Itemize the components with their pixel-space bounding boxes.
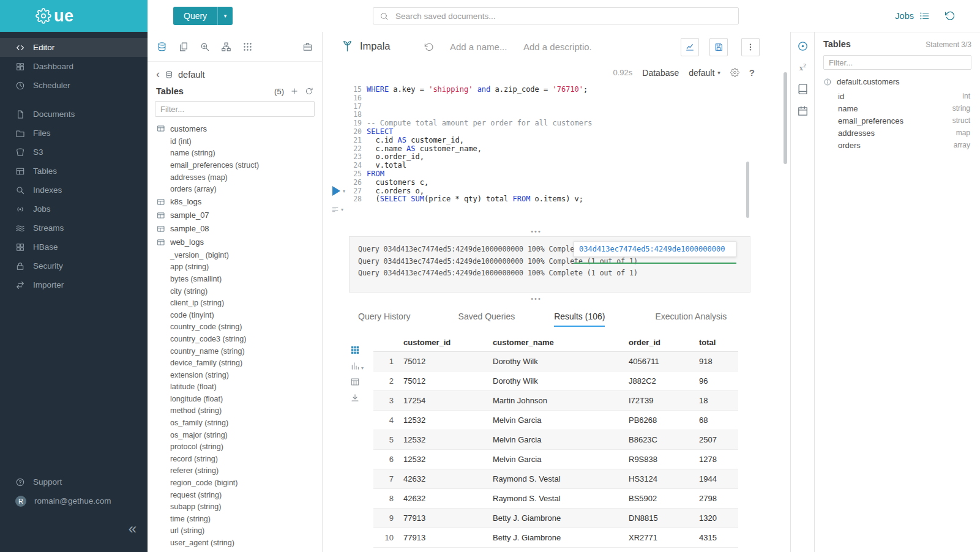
query-description-input[interactable] [522,41,593,53]
right-column-item[interactable]: addressesmap [823,127,971,139]
column-item[interactable]: time (string) [148,513,322,525]
new-query-caret-icon[interactable]: ▾ [217,7,233,25]
functions-icon[interactable]: x2 [799,62,806,73]
panel-resize-handle[interactable]: ••• [323,296,750,301]
column-item[interactable]: _version_ (bigint) [148,249,322,261]
code-line[interactable]: c.id AS customer_id, [367,136,592,145]
add-table-icon[interactable] [290,87,299,95]
column-item[interactable]: bytes (smallint) [148,273,322,285]
settings-gear-icon[interactable] [730,68,739,77]
search-input[interactable] [394,11,732,21]
format-button[interactable]: ▾ [331,206,343,214]
sidebar-item-security[interactable]: Security [0,256,148,275]
language-reference-icon[interactable] [797,83,809,95]
tab-execution-analysis[interactable]: Execution Analysis [655,311,727,327]
query-name-input[interactable] [449,41,516,53]
column-item[interactable]: subapp (string) [148,501,322,513]
code-line[interactable]: v.total [367,162,592,170]
results-column-header[interactable]: order_id [629,333,699,352]
column-item[interactable]: method (string) [148,405,322,417]
right-filter-input[interactable] [823,55,971,70]
save-button[interactable] [709,38,728,56]
panel-resize-handle[interactable]: ••• [323,229,750,234]
column-item[interactable]: url (string) [148,525,322,537]
collections-assist-icon[interactable] [302,42,313,52]
table-row[interactable]: 512532Melvin GarciaB8623C2507 [373,430,738,450]
query-versions-icon[interactable] [424,42,434,52]
databases-assist-icon[interactable] [157,42,167,52]
table-row[interactable]: 275012Dorothy WilkJ882C296 [373,371,738,391]
sidebar-item-jobs[interactable]: Jobs [0,200,148,218]
more-options-button[interactable] [741,38,760,56]
sidebar-item-s3[interactable]: S3 [0,143,148,162]
execute-button[interactable] [332,186,340,196]
results-download-icon[interactable] [350,393,360,403]
column-item[interactable]: email_preferences (struct) [148,159,322,171]
schedule-icon[interactable] [797,105,809,117]
table-item[interactable]: sample_08 [148,222,322,236]
table-row[interactable]: 412532Melvin GarciaPB626868 [373,411,738,430]
back-chevron-icon[interactable]: ‹ [156,69,160,80]
results-columns-icon[interactable] [350,377,360,387]
workflow-assist-icon[interactable] [221,42,231,52]
jobs-button[interactable]: Jobs [895,10,930,21]
column-item[interactable]: client_ip (string) [148,297,322,309]
column-item[interactable]: extension (string) [148,369,322,381]
sidebar-item-files[interactable]: Files [0,124,148,143]
table-row[interactable]: 842632Raymond S. VestalBS59022798 [373,489,738,509]
column-item[interactable]: country_code3 (string) [148,333,322,345]
execute-options-caret-icon[interactable]: ▾ [343,188,345,194]
table-row[interactable]: 317254Martin JohnsonI72T3918 [373,391,738,411]
results-column-header[interactable]: customer_name [493,333,629,352]
database-select[interactable]: default ▾ [689,68,720,78]
code-line[interactable]: SELECT [367,128,592,136]
sidebar-user[interactable]: R romain@gethue.com [0,491,148,510]
column-item[interactable]: country_code (string) [148,321,322,334]
sidebar-item-documents[interactable]: Documents [0,105,148,124]
column-item[interactable]: os_major (string) [148,429,322,441]
search-zoom-icon[interactable] [200,42,210,52]
table-item[interactable]: web_logs [148,236,322,249]
right-column-item[interactable]: ordersarray [823,139,971,151]
column-item[interactable]: id (int) [148,135,322,147]
sidebar-item-streams[interactable]: Streams [0,218,148,237]
editor-assistant-icon[interactable] [797,40,809,52]
database-name[interactable]: default [178,70,205,80]
code-line[interactable]: customers c, [367,179,592,187]
help-question-icon[interactable]: ? [749,67,755,78]
results-column-header[interactable]: total [699,333,738,352]
sidebar-item-tables[interactable]: Tables [0,162,148,181]
table-row[interactable]: 742632Raymond S. VestalHS31241944 [373,469,738,489]
refresh-tables-icon[interactable] [305,87,313,95]
query-history-icon[interactable] [944,10,956,21]
sidebar-item-dashboard[interactable]: Dashboard [0,57,148,76]
column-item[interactable]: country_name (string) [148,345,322,357]
right-column-item[interactable]: idint [823,90,971,102]
apps-assist-icon[interactable] [242,42,253,52]
column-item[interactable]: name (string) [148,147,322,160]
table-row[interactable]: 1077913Betty J. GiambroneXR27714315 [373,528,738,548]
column-item[interactable]: code (tinyint) [148,309,322,321]
code-line[interactable] [367,103,592,111]
sidebar-item-editor[interactable]: Editor [0,38,148,57]
table-row[interactable]: 977913Betty J. GiambroneDN88151320 [373,509,738,528]
code-line[interactable]: FROM [367,170,592,179]
table-item[interactable]: k8s_logs [148,195,322,209]
results-grid-icon[interactable] [350,345,360,355]
documents-assist-icon[interactable] [178,42,189,52]
code-line[interactable] [367,111,592,119]
tab-saved-queries[interactable]: Saved Queries [458,311,515,327]
sidebar-item-hbase[interactable]: HBase [0,237,148,256]
column-item[interactable]: request (string) [148,489,322,501]
sidebar-item-support[interactable]: Support [0,472,148,491]
chart-button[interactable] [681,38,699,56]
editor-scrollbar[interactable] [746,162,749,218]
column-item[interactable]: user_agent (string) [148,537,322,549]
tables-filter-input[interactable] [155,101,315,117]
code-line[interactable]: (SELECT SUM(price * qty) total FROM o.it… [367,195,592,204]
column-item[interactable]: region_code (bigint) [148,477,322,489]
code-editor[interactable]: WHERE a.key = 'shipping' and a.zip_code … [367,86,592,204]
column-item[interactable]: longitude (float) [148,393,322,405]
column-item[interactable]: city (string) [148,285,322,297]
column-item[interactable]: orders (array) [148,183,322,195]
